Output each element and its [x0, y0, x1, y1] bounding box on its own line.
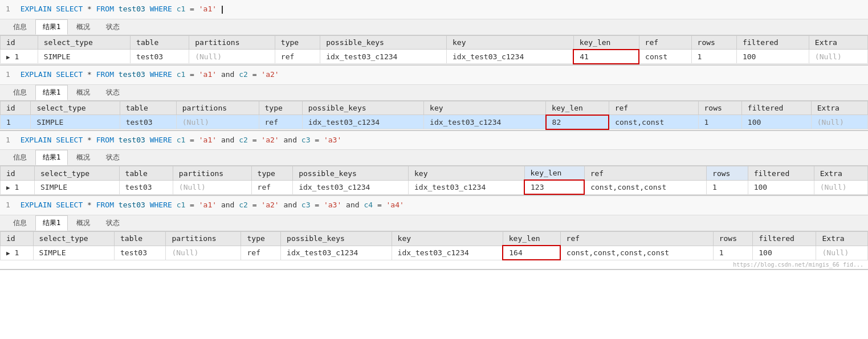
kw-where: WHERE: [150, 201, 172, 209]
table-row[interactable]: ▶ 1 SIMPLE test03 (Null) ref idx_test03_…: [1, 50, 868, 64]
col-possible-keys: possible_keys: [281, 232, 392, 246]
sql-col-c1: c1: [177, 136, 186, 144]
sql-val-a3: 'a3': [324, 136, 341, 144]
tab-result1-2[interactable]: 结果1: [35, 85, 68, 100]
tab-info-3[interactable]: 信息: [6, 150, 34, 165]
sql-table: test03: [119, 136, 145, 144]
tab-overview-2[interactable]: 概况: [69, 85, 97, 100]
cell-id: ▶ 1: [1, 180, 35, 194]
kw-from: FROM: [96, 136, 114, 144]
result-table-4: id select_type table partitions type pos…: [0, 231, 868, 260]
sql-eq: =: [252, 70, 262, 79]
col-extra: Extra: [809, 35, 867, 50]
tab-overview-4[interactable]: 概况: [69, 215, 97, 231]
sql-val-a2: 'a2': [261, 136, 279, 144]
sql-star: *: [87, 201, 96, 209]
sql-eq: =: [315, 201, 324, 209]
col-type: type: [251, 166, 293, 181]
cell-key: idx_test03_c1234: [424, 115, 546, 129]
tab-status-3[interactable]: 状态: [99, 150, 127, 165]
sql-val-a3: 'a3': [324, 201, 341, 209]
tab-result1-3[interactable]: 结果1: [35, 150, 68, 165]
cell-filtered: 100: [748, 180, 814, 194]
cell-type: ref: [259, 115, 302, 129]
col-key-len: key_len: [524, 166, 584, 181]
col-id: id: [1, 35, 38, 50]
query-section-4: 1 EXPLAIN SELECT * FROM test03 WHERE c1 …: [0, 196, 868, 270]
cell-ref: const,const: [609, 115, 698, 129]
tab-overview-1[interactable]: 概况: [69, 19, 97, 35]
sql-eq: =: [190, 5, 199, 13]
sql-and-1: and: [221, 201, 239, 209]
col-partitions: partitions: [173, 166, 251, 181]
tab-result1-4[interactable]: 结果1: [35, 215, 68, 231]
sql-table: test03: [119, 201, 145, 209]
table-row[interactable]: 1 SIMPLE test03 (Null) ref idx_test03_c1…: [1, 115, 868, 129]
sql-eq: =: [190, 201, 199, 209]
sql-and: and: [221, 70, 239, 79]
cell-extra: (Null): [814, 180, 867, 194]
col-key-len: key_len: [546, 101, 609, 115]
sql-and-2: and: [284, 136, 301, 144]
table-header-row-4: id select_type table partitions type pos…: [1, 232, 868, 246]
kw-explain: EXPLAIN SELECT: [21, 70, 83, 79]
result-table-1: id select_type table partitions type pos…: [0, 35, 868, 64]
col-key: key: [408, 166, 524, 181]
query-section-3: 1 EXPLAIN SELECT * FROM test03 WHERE c1 …: [0, 131, 868, 197]
tab-overview-3[interactable]: 概况: [69, 150, 97, 165]
sql-and-3: and: [346, 201, 364, 209]
col-partitions: partitions: [189, 35, 275, 50]
cell-key-len: 123: [524, 180, 584, 194]
cell-select-type: SIMPLE: [35, 180, 120, 194]
col-id: id: [1, 232, 34, 246]
tab-info-2[interactable]: 信息: [6, 85, 34, 100]
sql-star: *: [87, 70, 96, 79]
col-table: table: [120, 101, 176, 115]
text-cursor: [222, 6, 223, 14]
sql-star: *: [87, 136, 96, 144]
sql-query-3: 1 EXPLAIN SELECT * FROM test03 WHERE c1 …: [0, 131, 868, 150]
result-table-3: id select_type table partitions type pos…: [0, 166, 868, 195]
table-header-row-3: id select_type table partitions type pos…: [1, 166, 868, 181]
sql-col-c1: c1: [177, 201, 186, 209]
cell-type: ref: [241, 246, 281, 260]
table-row[interactable]: ▶ 1 SIMPLE test03 (Null) ref idx_test03_…: [1, 180, 868, 194]
sql-col-c1: c1: [177, 5, 186, 13]
result-table-2: id select_type table partitions type pos…: [0, 101, 868, 130]
tab-status-2[interactable]: 状态: [99, 85, 127, 100]
col-filtered: filtered: [741, 101, 811, 115]
tab-result1-1[interactable]: 结果1: [35, 19, 68, 35]
cell-possible-keys: idx_test03_c1234: [281, 246, 392, 260]
table-header-row-1: id select_type table partitions type pos…: [1, 35, 868, 50]
cell-possible-keys: idx_test03_c1234: [320, 50, 447, 64]
col-key-len: key_len: [503, 232, 560, 246]
sql-val-a1: 'a1': [199, 70, 217, 79]
line-number: 1: [6, 70, 10, 79]
tab-bar-2: 信息 结果1 概况 状态: [0, 85, 868, 101]
kw-explain: EXPLAIN SELECT: [21, 201, 83, 209]
col-rows: rows: [698, 101, 741, 115]
tab-info-1[interactable]: 信息: [6, 19, 34, 35]
query-section-2: 1 EXPLAIN SELECT * FROM test03 WHERE c1 …: [0, 66, 868, 131]
tab-bar-4: 信息 结果1 概况 状态: [0, 215, 868, 231]
table-header-row-2: id select_type table partitions type pos…: [1, 101, 868, 115]
col-possible-keys: possible_keys: [293, 166, 409, 181]
sql-val-a1: 'a1': [199, 136, 217, 144]
sql-col-c3: c3: [301, 201, 311, 209]
sql-eq: =: [190, 136, 199, 144]
sql-val-a4: 'a4': [386, 201, 404, 209]
sql-star: *: [87, 5, 96, 13]
tab-status-4[interactable]: 状态: [99, 215, 127, 231]
cell-select-type: SIMPLE: [33, 246, 114, 260]
tab-status-1[interactable]: 状态: [99, 19, 127, 35]
line-number: 1: [6, 136, 10, 144]
kw-explain: EXPLAIN SELECT: [21, 136, 83, 144]
sql-col-c4: c4: [364, 201, 373, 209]
kw-where: WHERE: [150, 70, 172, 79]
table-row[interactable]: ▶ 1 SIMPLE test03 (Null) ref idx_test03_…: [1, 246, 868, 260]
cell-partitions: (Null): [189, 50, 275, 64]
cell-ref: const,const,const: [584, 180, 706, 194]
sql-eq: =: [190, 70, 199, 79]
cell-partitions: (Null): [166, 246, 241, 260]
tab-info-4[interactable]: 信息: [6, 215, 34, 231]
